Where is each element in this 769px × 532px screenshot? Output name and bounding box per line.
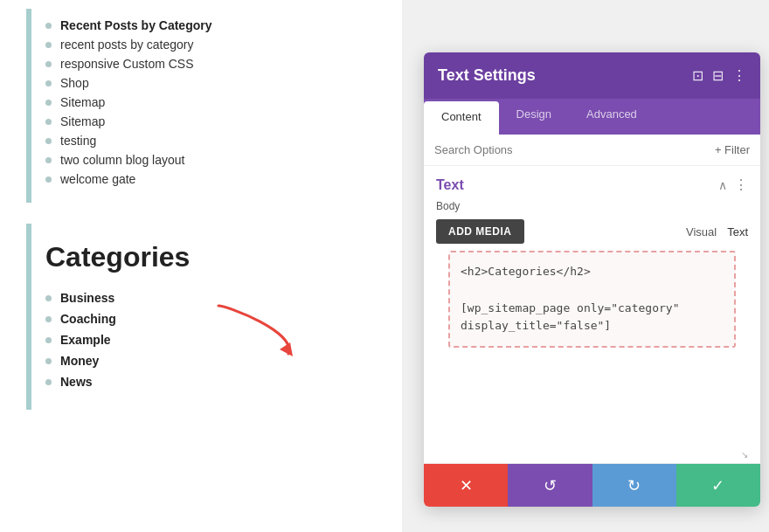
search-input[interactable] — [434, 143, 708, 156]
panel-header: Text Settings ⊡ ⊟ ⋮ — [424, 52, 760, 99]
categories-title: Categories — [31, 241, 402, 273]
list-item-link[interactable]: recent posts by category — [60, 38, 194, 52]
category-item[interactable]: Coaching — [31, 308, 402, 329]
category-link[interactable]: News — [60, 375, 93, 389]
expand-icon[interactable]: ⊡ — [692, 67, 703, 84]
cancel-button[interactable]: ✕ — [424, 464, 508, 507]
list-item-link[interactable]: Shop — [60, 76, 89, 90]
list-item-link[interactable]: testing — [60, 134, 96, 148]
more-options-icon[interactable]: ⋮ — [732, 67, 746, 84]
save-button[interactable]: ✓ — [676, 464, 760, 507]
category-item[interactable]: News — [31, 371, 402, 392]
visual-view-option[interactable]: Visual — [686, 225, 717, 238]
list-item[interactable]: Shop — [31, 73, 402, 93]
text-section-controls: ∧ ⋮ — [718, 176, 748, 193]
undo-button[interactable]: ↺ — [508, 464, 592, 507]
panel-footer: ✕ ↺ ↻ ✓ — [424, 463, 760, 507]
category-link[interactable]: Money — [60, 354, 99, 368]
add-media-button[interactable]: ADD MEDIA — [436, 219, 524, 244]
settings-panel: Text Settings ⊡ ⊟ ⋮ Content Design Advan… — [424, 52, 760, 507]
tab-advanced[interactable]: Advanced — [569, 99, 655, 135]
list-item-link[interactable]: welcome gate — [60, 172, 135, 186]
text-view-option[interactable]: Text — [727, 225, 748, 238]
top-list: Recent Posts by Category recent posts by… — [31, 16, 402, 189]
search-bar: + Filter — [424, 135, 760, 166]
list-item[interactable]: Recent Posts by Category — [31, 16, 402, 35]
list-item[interactable]: Sitemap — [31, 112, 402, 131]
editor-toolbar: ADD MEDIA Visual Text — [424, 219, 760, 251]
category-link[interactable]: Coaching — [60, 312, 116, 326]
list-item-link[interactable]: Sitemap — [60, 95, 105, 109]
text-section-header: Text ∧ ⋮ — [424, 166, 760, 200]
resize-handle[interactable]: ↘ — [741, 450, 750, 459]
top-list-section: Recent Posts by Category recent posts by… — [26, 9, 402, 203]
view-toggle: Visual Text — [686, 225, 748, 238]
category-link[interactable]: Example — [60, 333, 111, 347]
panel-header-icons: ⊡ ⊟ ⋮ — [692, 67, 746, 84]
list-item[interactable]: recent posts by category — [31, 35, 402, 54]
list-item-link[interactable]: responsive Custom CSS — [60, 57, 194, 71]
list-item[interactable]: responsive Custom CSS — [31, 54, 402, 73]
body-label: Body — [424, 200, 760, 219]
list-item-link[interactable]: Recent Posts by Category — [60, 18, 212, 32]
code-line-2: [wp_sitemap_page only="category" — [461, 300, 724, 318]
code-line-3: display_title="false"] — [461, 317, 724, 335]
code-editor-container: 1 <h2>Categories</h2> [wp_sitemap_page o… — [436, 251, 748, 348]
collapse-button[interactable]: ∧ — [718, 178, 727, 192]
list-item[interactable]: Sitemap — [31, 93, 402, 112]
categories-list: Business Coaching Example Money News — [31, 287, 402, 392]
list-item-link[interactable]: two column blog layout — [60, 153, 184, 167]
list-item[interactable]: two column blog layout — [31, 150, 402, 169]
website-preview: Recent Posts by Category recent posts by… — [0, 0, 402, 532]
list-item-link[interactable]: Sitemap — [60, 114, 105, 128]
category-link[interactable]: Business — [60, 291, 114, 305]
columns-icon[interactable]: ⊟ — [712, 67, 724, 84]
text-section-title: Text — [436, 177, 464, 193]
tab-design[interactable]: Design — [499, 99, 569, 135]
filter-button[interactable]: + Filter — [715, 143, 750, 156]
panel-body: Text ∧ ⋮ Body ADD MEDIA Visual Text 1 <h… — [424, 166, 760, 463]
section-more-button[interactable]: ⋮ — [734, 176, 748, 193]
code-line-1: <h2>Categories</h2> — [461, 263, 724, 281]
list-item[interactable]: testing — [31, 131, 402, 150]
panel-tabs: Content Design Advanced — [424, 99, 760, 135]
category-item[interactable]: Example — [31, 329, 402, 350]
redo-button[interactable]: ↻ — [592, 464, 676, 507]
code-editor[interactable]: <h2>Categories</h2> [wp_sitemap_page onl… — [448, 251, 736, 348]
list-item[interactable]: welcome gate — [31, 169, 402, 189]
panel-title: Text Settings — [438, 66, 536, 85]
categories-section: Categories Business Coaching Example Mon… — [26, 224, 402, 410]
category-item[interactable]: Money — [31, 350, 402, 371]
tab-content[interactable]: Content — [424, 101, 499, 135]
category-item[interactable]: Business — [31, 287, 402, 308]
